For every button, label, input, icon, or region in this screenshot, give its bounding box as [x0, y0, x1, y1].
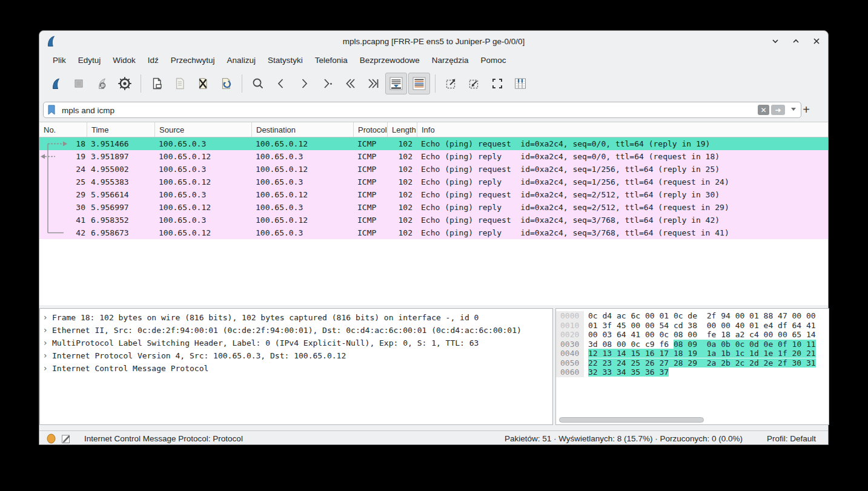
cell-length: 102 [388, 150, 417, 163]
status-profile[interactable]: Profil: Default [767, 434, 816, 443]
menu-item-analizuj[interactable]: Analizuj [221, 54, 262, 67]
packet-row-42[interactable]: 426.958673100.65.0.12100.65.0.3ICMP102Ec… [39, 226, 828, 239]
detail-line-4[interactable]: ›Internet Control Message Protocol [40, 362, 552, 375]
detail-line-3[interactable]: ›Internet Protocol Version 4, Src: 100.6… [40, 349, 552, 362]
status-bar: Internet Control Message Protocol: Proto… [39, 430, 828, 446]
cell-destination: 100.65.0.12 [252, 214, 354, 226]
cell-protocol: ICMP [354, 137, 388, 150]
minimize-button[interactable] [770, 36, 781, 47]
last-packet-button[interactable] [362, 73, 384, 94]
filter-add-button[interactable]: + [799, 101, 813, 118]
save-file-button[interactable] [169, 73, 191, 94]
packet-row-30[interactable]: 305.956997100.65.0.12100.65.0.3ICMP102Ec… [39, 201, 828, 214]
packet-row-29[interactable]: 295.956614100.65.0.3100.65.0.12ICMP102Ec… [39, 188, 828, 201]
menu-item-bezprzewodowe[interactable]: Bezprzewodowe [354, 54, 426, 67]
open-file-button[interactable] [146, 73, 168, 94]
scrollbar-thumb[interactable] [559, 417, 704, 423]
menu-item-plik[interactable]: Plik [47, 54, 72, 67]
column-length[interactable]: Length [388, 122, 417, 137]
stop-capture-button[interactable] [68, 73, 90, 94]
menu-item-telefonia[interactable]: Telefonia [309, 54, 354, 67]
close-button[interactable] [811, 36, 822, 47]
column-protocol[interactable]: Protocol [354, 122, 388, 137]
cell-info: Echo (ping) reply id=0xa2c4, seq=3/768, … [417, 226, 828, 239]
menu-item-edytuj[interactable]: Edytuj [72, 54, 107, 67]
capture-comment-icon[interactable] [61, 434, 71, 444]
packet-bytes-pane[interactable]: 00000c d4 ac 6c 00 01 0c de 2f 94 00 01 … [555, 308, 829, 425]
detail-line-2[interactable]: ›MultiProtocol Label Switching Header, L… [40, 337, 552, 349]
filter-apply-button[interactable]: ➜ [771, 105, 785, 115]
menu-item-przechwytuj[interactable]: Przechwytuj [165, 54, 221, 67]
menu-item-idź[interactable]: Idź [142, 54, 165, 67]
expand-chevron-icon[interactable]: › [44, 324, 52, 337]
first-packet-button[interactable] [339, 73, 361, 94]
filter-dropdown-caret-icon[interactable] [791, 108, 796, 111]
packet-row-18[interactable]: 183.951466100.65.0.3100.65.0.12ICMP102Ec… [39, 137, 828, 150]
hex-row-0060[interactable]: 006032 33 34 35 36 37 [556, 367, 829, 377]
cell-no: 41 [39, 214, 87, 226]
hex-row-0050[interactable]: 005022 23 24 25 26 27 28 29 2a 2b 2c 2d … [556, 358, 829, 368]
menu-item-pomoc[interactable]: Pomoc [475, 54, 512, 67]
column-info[interactable]: Info [417, 122, 828, 137]
column-time[interactable]: Time [87, 122, 155, 137]
expand-chevron-icon[interactable]: › [44, 311, 52, 324]
maximize-button[interactable] [790, 36, 801, 47]
expand-chevron-icon[interactable]: › [44, 337, 52, 349]
zoom-original-button[interactable] [486, 73, 508, 94]
packet-row-25[interactable]: 254.955383100.65.0.12100.65.0.3ICMP102Ec… [39, 176, 828, 188]
stop-capture-icon [71, 76, 86, 91]
restart-capture-button[interactable] [91, 73, 113, 94]
resize-columns-button[interactable] [509, 73, 531, 94]
display-filter-box[interactable]: ✕ ➜ [43, 102, 801, 118]
menu-item-narzędzia[interactable]: Narzędzia [426, 54, 475, 67]
status-packet-counts: Pakietów: 51 · Wyświetlanych: 8 (15.7%) … [505, 434, 743, 443]
packet-row-41[interactable]: 416.958352100.65.0.3100.65.0.12ICMP102Ec… [39, 214, 828, 226]
menu-item-widok[interactable]: Widok [107, 54, 142, 67]
packet-list[interactable]: 183.951466100.65.0.3100.65.0.12ICMP102Ec… [39, 137, 828, 305]
colorize-toggle[interactable] [408, 73, 430, 94]
open-file-icon [150, 76, 164, 91]
expand-chevron-icon[interactable]: › [44, 362, 52, 375]
packet-row-19[interactable]: 193.951897100.65.0.12100.65.0.3ICMP102Ec… [39, 150, 828, 163]
packet-list-header[interactable]: No. Time Source Destination Protocol Len… [39, 122, 828, 137]
cell-length: 102 [388, 201, 417, 214]
display-filter-input[interactable] [61, 103, 752, 118]
menu-item-statystyki[interactable]: Statystyki [262, 54, 309, 67]
reload-file-button[interactable] [215, 73, 237, 94]
hex-bytes: 3d 08 00 0c c9 f6 08 09 0a 0b 0c 0d 0e 0… [588, 340, 816, 349]
close-file-button[interactable] [192, 73, 214, 94]
filter-clear-button[interactable]: ✕ [758, 105, 769, 115]
filter-bookmark-icon[interactable] [47, 105, 56, 115]
hex-row-0030[interactable]: 00303d 08 00 0c c9 f6 08 09 0a 0b 0c 0d … [556, 340, 829, 349]
auto-scroll-toggle[interactable] [385, 73, 407, 94]
packet-details-pane[interactable]: ›Frame 18: 102 bytes on wire (816 bits),… [39, 308, 553, 425]
hex-horizontal-scrollbar[interactable] [557, 417, 827, 423]
expand-chevron-icon[interactable]: › [44, 349, 52, 362]
next-packet-button[interactable] [293, 73, 315, 94]
go-to-packet-button[interactable] [316, 73, 338, 94]
previous-packet-button[interactable] [270, 73, 292, 94]
column-destination[interactable]: Destination [252, 122, 354, 137]
capture-options-button[interactable] [114, 73, 136, 94]
packet-row-24[interactable]: 244.955002100.65.0.3100.65.0.12ICMP102Ec… [39, 163, 828, 176]
start-capture-button[interactable] [45, 73, 67, 94]
column-no[interactable]: No. [39, 122, 87, 137]
hex-bytes: 01 3f 45 00 00 54 cd 38 00 00 40 01 e4 d… [588, 321, 816, 330]
detail-line-1[interactable]: ›Ethernet II, Src: 0c:de:2f:94:00:01 (0c… [40, 324, 552, 337]
titlebar[interactable]: mpls.pcapng [FRR-PE ens5 to Juniper-P ge… [39, 31, 828, 51]
cell-source: 100.65.0.12 [155, 201, 252, 214]
detail-line-0[interactable]: ›Frame 18: 102 bytes on wire (816 bits),… [40, 311, 552, 324]
cell-destination: 100.65.0.3 [252, 176, 354, 188]
hex-row-0040[interactable]: 004012 13 14 15 16 17 18 19 1a 1b 1c 1d … [556, 349, 829, 358]
expert-info-icon[interactable] [47, 433, 56, 444]
cell-info: Echo (ping) reply id=0xa2c4, seq=2/512, … [417, 201, 828, 214]
hex-row-0020[interactable]: 002000 03 64 41 00 0c 08 00 fe 18 a2 c4 … [556, 330, 829, 340]
column-source[interactable]: Source [155, 122, 252, 137]
hex-row-0000[interactable]: 00000c d4 ac 6c 00 01 0c de 2f 94 00 01 … [556, 311, 829, 321]
resize-columns-icon [513, 76, 528, 91]
cell-source: 100.65.0.12 [155, 226, 252, 239]
hex-row-0010[interactable]: 001001 3f 45 00 00 54 cd 38 00 00 40 01 … [556, 321, 829, 331]
find-packet-button[interactable] [247, 73, 269, 94]
zoom-out-button[interactable] [463, 73, 485, 94]
zoom-in-button[interactable] [440, 73, 462, 94]
